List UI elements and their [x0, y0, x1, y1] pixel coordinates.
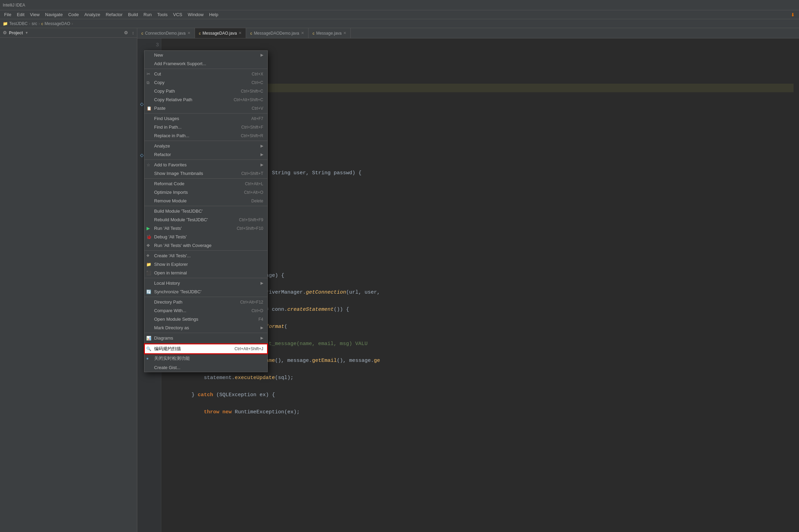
- tab-message-label: Message.java: [316, 31, 341, 36]
- ctx-sep-11: [144, 343, 267, 343]
- explorer-icon: 📁: [146, 262, 151, 267]
- ctx-item-build-module[interactable]: Build Module 'TestJDBC': [144, 207, 267, 215]
- ctx-item-show-image-thumbnails[interactable]: Show Image Thumbnails Ctrl+Shift+T: [144, 169, 267, 178]
- tab-messagedao[interactable]: c MessageDAO.java ✕: [195, 28, 246, 38]
- menu-file[interactable]: File: [1, 11, 14, 18]
- ctx-item-find-in-path[interactable]: Find in Path... Ctrl+Shift+F: [144, 123, 267, 131]
- ctx-item-run-with-coverage[interactable]: ❖ Run 'All Tests' with Coverage: [144, 241, 267, 250]
- sidebar-header: ⚙ Project ▼ ⚙ ↕: [0, 28, 137, 38]
- ctx-label-find-usages: Find Usages: [154, 116, 179, 121]
- cut-icon: ✂: [147, 71, 150, 76]
- ctx-item-new[interactable]: New ▶: [144, 51, 267, 59]
- ctx-label-show-image-thumbnails: Show Image Thumbnails: [154, 171, 203, 176]
- ctx-label-run-all-tests: Run 'All Tests': [154, 226, 182, 231]
- ctx-item-directory-path[interactable]: Directory Path Ctrl+Alt+F12: [144, 298, 267, 306]
- ctx-item-remove-module[interactable]: Remove Module Delete: [144, 197, 267, 205]
- download-icon[interactable]: ⬇: [791, 12, 798, 17]
- ctx-shortcut-optimize-imports: Ctrl+Alt+O: [244, 190, 263, 195]
- ctx-item-open-module-settings[interactable]: Open Module Settings F4: [144, 315, 267, 323]
- ctx-item-add-to-favorites[interactable]: ☆ Add to Favorites ▶: [144, 161, 267, 169]
- menu-edit[interactable]: Edit: [14, 11, 27, 18]
- tab-messagedaodemo-label: MessageDAODemo.java: [254, 31, 299, 36]
- menu-help[interactable]: Help: [206, 11, 221, 18]
- project-icon: 📁: [3, 21, 8, 26]
- tab-messagedaodemo-close[interactable]: ✕: [301, 31, 304, 35]
- menu-code[interactable]: Code: [66, 11, 82, 18]
- ctx-item-copy-relative-path[interactable]: Copy Relative Path Ctrl+Alt+Shift+C: [144, 95, 267, 104]
- menu-refactor[interactable]: Refactor: [103, 11, 125, 18]
- tab-connectiondemo[interactable]: c ConnectionDemo.java ✕: [137, 28, 195, 38]
- ctx-item-refactor[interactable]: Refactor ▶: [144, 150, 267, 159]
- ctx-label-create-all-tests: Create 'All Tests'...: [154, 253, 191, 258]
- sidebar-gear-icon[interactable]: ⚙: [3, 30, 7, 35]
- ctx-label-refactor: Refactor: [154, 152, 171, 157]
- ctx-item-show-in-explorer[interactable]: 📁 Show in Explorer: [144, 260, 267, 269]
- tab-messagedao-label: MessageDAO.java: [202, 31, 237, 36]
- ctx-label-copy-relative-path: Copy Relative Path: [154, 97, 192, 102]
- menu-window[interactable]: Window: [185, 11, 206, 18]
- menu-tools[interactable]: Tools: [154, 11, 170, 18]
- ctx-item-copy-path[interactable]: Copy Path Ctrl+Shift+C: [144, 87, 267, 95]
- ctx-label-paste: Paste: [154, 106, 165, 111]
- ctx-item-open-in-terminal[interactable]: ⬛ Open in terminal: [144, 269, 267, 277]
- menu-build[interactable]: Build: [125, 11, 141, 18]
- run-icon: ▶: [147, 226, 150, 231]
- ctx-item-realtime-detect[interactable]: ● 关闭实时检测功能: [144, 354, 267, 363]
- ctx-item-compare-with[interactable]: Compare With... Ctrl+D: [144, 306, 267, 315]
- ctx-label-code-scan: 编码规约扫描: [154, 346, 181, 352]
- ctx-label-local-history: Local History: [154, 281, 180, 286]
- tab-connectiondemo-close[interactable]: ✕: [187, 31, 190, 35]
- ctx-sep-8: [144, 278, 267, 278]
- favorites-icon: ☆: [147, 163, 150, 167]
- ctx-item-create-gist[interactable]: Create Gist...: [144, 363, 267, 372]
- ctx-label-realtime-detect: 关闭实时检测功能: [154, 355, 190, 362]
- menu-vcs[interactable]: VCS: [170, 11, 185, 18]
- breadcrumb-testjdbc[interactable]: TestJDBC: [9, 21, 27, 26]
- sidebar-settings-icon[interactable]: ⚙: [124, 30, 128, 35]
- ctx-item-paste[interactable]: 📋 Paste Ctrl+V: [144, 104, 267, 113]
- ctx-label-build-module: Build Module 'TestJDBC': [154, 209, 203, 214]
- line-num-3: 3: [139, 41, 159, 50]
- ctx-sep-2: [144, 113, 267, 114]
- ctx-shortcut-paste: Ctrl+V: [252, 106, 263, 111]
- menu-view[interactable]: View: [27, 11, 42, 18]
- ctx-sep-3: [144, 141, 267, 141]
- ctx-label-cut: Cut: [154, 71, 161, 76]
- ctx-item-find-usages[interactable]: Find Usages Alt+F7: [144, 114, 267, 123]
- ctx-item-local-history[interactable]: Local History ▶: [144, 279, 267, 287]
- menu-run[interactable]: Run: [141, 11, 154, 18]
- ctx-sep-10: [144, 333, 267, 333]
- ctx-item-mark-directory-as[interactable]: Mark Directory as ▶: [144, 323, 267, 332]
- ctx-item-analyze[interactable]: Analyze ▶: [144, 142, 267, 150]
- ctx-label-show-in-explorer: Show in Explorer: [154, 262, 188, 267]
- context-menu: New ▶ Add Framework Support... ✂ Cut Ctr…: [144, 50, 268, 372]
- ctx-item-copy[interactable]: ⧉ Copy Ctrl+C: [144, 78, 267, 87]
- sidebar-caret-icon[interactable]: ▼: [25, 31, 28, 35]
- ctx-item-rebuild-module[interactable]: Rebuild Module 'TestJDBC' Ctrl+Shift+F9: [144, 215, 267, 224]
- ctx-item-cut[interactable]: ✂ Cut Ctrl+X: [144, 70, 267, 78]
- terminal-icon: ⬛: [146, 271, 151, 275]
- ctx-item-code-scan[interactable]: 🔍 编码规约扫描 Ctrl+Alt+Shift+J: [144, 344, 267, 354]
- ctx-item-synchronize[interactable]: 🔄 Synchronize 'TestJDBC': [144, 287, 267, 296]
- tab-messagedao-close[interactable]: ✕: [239, 31, 242, 35]
- sidebar-sort-icon[interactable]: ↕: [132, 30, 135, 35]
- menu-bar: File Edit View Navigate Code Analyze Ref…: [0, 10, 799, 19]
- ctx-sep-4: [144, 159, 267, 160]
- diagrams-icon: 📊: [146, 336, 151, 341]
- ctx-item-optimize-imports[interactable]: Optimize Imports Ctrl+Alt+O: [144, 188, 267, 197]
- breadcrumb-src[interactable]: src: [32, 21, 37, 26]
- ctx-item-replace-in-path[interactable]: Replace in Path... Ctrl+Shift+R: [144, 131, 267, 140]
- menu-navigate[interactable]: Navigate: [42, 11, 65, 18]
- menu-analyze[interactable]: Analyze: [82, 11, 103, 18]
- ctx-item-add-framework[interactable]: Add Framework Support...: [144, 59, 267, 68]
- tab-message-close[interactable]: ✕: [343, 31, 346, 35]
- ctx-item-run-all-tests[interactable]: ▶ Run 'All Tests' Ctrl+Shift+F10: [144, 224, 267, 233]
- ctx-item-create-all-tests[interactable]: ❖ Create 'All Tests'...: [144, 251, 267, 260]
- tab-messagedaodemo[interactable]: c MessageDAODemo.java ✕: [246, 28, 309, 38]
- ctx-item-debug-all-tests[interactable]: 🐞 Debug 'All Tests': [144, 233, 267, 241]
- breadcrumb-messagedao[interactable]: MessageDAO: [45, 21, 70, 26]
- tab-message[interactable]: c Message.java ✕: [309, 28, 351, 38]
- copy-icon: ⧉: [147, 80, 150, 85]
- ctx-item-diagrams[interactable]: 📊 Diagrams ▶: [144, 334, 267, 342]
- ctx-item-reformat-code[interactable]: Reformat Code Ctrl+Alt+L: [144, 179, 267, 188]
